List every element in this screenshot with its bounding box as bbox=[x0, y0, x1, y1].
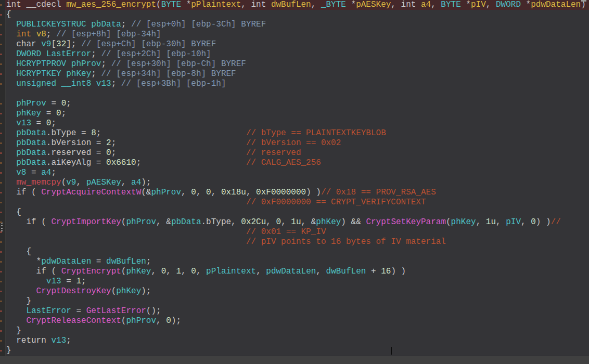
code-token bbox=[6, 158, 16, 167]
code-line[interactable]: CryptDestroyKey(phKey); bbox=[5, 287, 589, 296]
code-token: dwBufLen bbox=[271, 0, 311, 9]
code-token: 0x6610 bbox=[106, 158, 136, 167]
gutter-tick bbox=[0, 14, 2, 16]
code-line[interactable]: int v8; // [esp+8h] [ebp-34h] bbox=[5, 30, 589, 40]
code-line[interactable]: unsigned __int8 v13; // [esp+3Bh] [ebp-1… bbox=[5, 79, 589, 89]
code-token: ( bbox=[111, 287, 117, 296]
code-line[interactable]: PUBLICKEYSTRUC pbData; // [esp+0h] [ebp-… bbox=[5, 20, 589, 30]
code-line[interactable]: DWORD LastError; // [esp+2Ch] [ebp-10h] bbox=[5, 49, 589, 59]
code-token: _BYTE bbox=[321, 0, 346, 9]
code-line[interactable]: if ( CryptAcquireContextW(&phProv, 0, 0,… bbox=[5, 188, 589, 198]
code-token: ; bbox=[81, 277, 86, 286]
code-line[interactable]: } bbox=[5, 326, 589, 336]
code-line[interactable]: if ( CryptImportKey(phProv, &pbData.bTyp… bbox=[5, 217, 589, 227]
code-token: v9 bbox=[66, 178, 76, 187]
code-line[interactable]: // pIV points to 16 bytes of IV material bbox=[5, 237, 589, 247]
gutter-tick bbox=[0, 142, 2, 144]
code-line[interactable]: v8 = a4; bbox=[5, 168, 589, 178]
code-token: ) ) bbox=[306, 188, 321, 197]
code-token: if ( bbox=[6, 267, 61, 276]
code-line[interactable]: } bbox=[5, 296, 589, 306]
code-token: , int bbox=[241, 0, 271, 9]
code-token: * bbox=[181, 0, 191, 9]
code-token: v9 bbox=[41, 40, 51, 49]
code-token: 2 bbox=[106, 138, 111, 148]
code-line[interactable] bbox=[5, 89, 589, 99]
code-token: a4 bbox=[41, 168, 51, 177]
code-token: ]; bbox=[66, 40, 81, 49]
code-line[interactable]: char v9[32]; // [esp+Ch] [ebp-30h] BYREF bbox=[5, 40, 589, 49]
code-token: pPlaintext bbox=[191, 0, 241, 9]
code-token: ; bbox=[91, 49, 101, 59]
code-token: ; bbox=[51, 168, 56, 177]
code-token bbox=[66, 59, 71, 69]
code-token bbox=[86, 20, 92, 29]
code-line[interactable]: phProv = 0; bbox=[5, 99, 589, 109]
text-caret bbox=[391, 347, 392, 355]
code-token: 1 bbox=[76, 277, 81, 286]
code-line[interactable]: // 0x01 == KP_IV bbox=[5, 227, 589, 237]
code-token: // 0xF0000000 == CRYPT_VERIFYCONTEXT bbox=[246, 198, 426, 207]
code-line[interactable]: LastError = GetLastError(); bbox=[5, 306, 589, 316]
code-line[interactable]: { bbox=[5, 10, 589, 20]
code-token: CryptEncrypt bbox=[61, 267, 121, 276]
gutter-tick bbox=[0, 54, 2, 55]
code-token: pdwDataLen bbox=[531, 0, 581, 9]
code-token: ; bbox=[91, 69, 101, 79]
code-token: char bbox=[6, 40, 41, 49]
code-line[interactable]: if ( CryptEncrypt(phKey, 0, 1, 0, pPlain… bbox=[5, 267, 589, 277]
gutter-tick bbox=[0, 44, 2, 45]
code-token: 0 bbox=[276, 217, 281, 227]
code-token: v13 bbox=[96, 79, 111, 88]
code-line[interactable]: v13 = 0; bbox=[5, 119, 589, 128]
code-token: , bbox=[266, 217, 276, 227]
code-line[interactable]: HCRYPTKEY phKey; // [esp+34h] [ebp-8h] B… bbox=[5, 69, 589, 79]
code-token: , bbox=[256, 267, 266, 276]
gutter-tick bbox=[0, 281, 2, 282]
code-line[interactable]: int __cdecl mw_aes_256_encrypt(BYTE *pPl… bbox=[5, 0, 589, 10]
code-line[interactable]: pbData.reserved = 0; // reserved bbox=[5, 148, 589, 158]
code-token: , bbox=[181, 188, 191, 197]
code-line[interactable]: mw_memcpy(v9, pAESKey, a4); bbox=[5, 178, 589, 188]
code-area[interactable]: int __cdecl mw_aes_256_encrypt(BYTE *pPl… bbox=[5, 0, 589, 356]
code-line[interactable]: pbData.aiKeyAlg = 0x6610; // CALG_AES_25… bbox=[5, 158, 589, 168]
code-token: , bbox=[166, 267, 176, 276]
code-line[interactable]: phKey = 0; bbox=[5, 109, 589, 119]
gutter-tick bbox=[0, 222, 2, 223]
code-token: pbData bbox=[16, 158, 46, 167]
code-line[interactable]: pbData.bType = 8; // bType == PLAINTEXTK… bbox=[5, 128, 589, 138]
code-token: // bbox=[551, 217, 561, 227]
code-token: 8 bbox=[91, 128, 96, 138]
code-token bbox=[6, 198, 246, 207]
code-line[interactable]: { bbox=[5, 247, 589, 257]
code-token: 32 bbox=[56, 40, 66, 49]
code-token: = bbox=[31, 119, 46, 128]
code-line[interactable]: { bbox=[5, 207, 589, 217]
code-token: pbData bbox=[16, 138, 46, 148]
gutter-tick bbox=[0, 24, 2, 25]
code-line[interactable]: } bbox=[5, 346, 589, 356]
code-token: .bType, bbox=[201, 217, 241, 227]
code-token: ; bbox=[61, 109, 67, 118]
code-line[interactable]: // 0xF0000000 == CRYPT_VERIFYCONTEXT bbox=[5, 198, 589, 207]
code-token: 0xF0000000 bbox=[256, 188, 306, 197]
code-line[interactable]: return v13; bbox=[5, 336, 589, 346]
code-line[interactable]: pbData.bVersion = 2; // bVersion == 0x02 bbox=[5, 138, 589, 148]
code-line[interactable]: CryptReleaseContext(phProv, 0); bbox=[5, 316, 589, 326]
code-token: phKey bbox=[16, 109, 41, 118]
code-token bbox=[6, 138, 16, 148]
code-token: ( bbox=[121, 316, 126, 326]
code-token: , bbox=[151, 267, 161, 276]
code-token: (); bbox=[146, 306, 161, 316]
pseudocode-view[interactable]: int __cdecl mw_aes_256_encrypt(BYTE *pPl… bbox=[0, 0, 589, 364]
code-token: 0 bbox=[161, 267, 167, 276]
code-line[interactable]: v13 = 1; bbox=[5, 277, 589, 287]
code-token: ; bbox=[111, 79, 121, 88]
gutter-tick bbox=[0, 320, 2, 322]
code-token: phKey bbox=[316, 217, 341, 227]
code-line[interactable]: HCRYPTPROV phProv; // [esp+30h] [ebp-Ch]… bbox=[5, 59, 589, 69]
code-token: + bbox=[366, 267, 381, 276]
code-token: phKey bbox=[66, 69, 91, 79]
code-token bbox=[6, 119, 16, 128]
code-line[interactable]: *pdwDataLen = dwBufLen; bbox=[5, 257, 589, 267]
